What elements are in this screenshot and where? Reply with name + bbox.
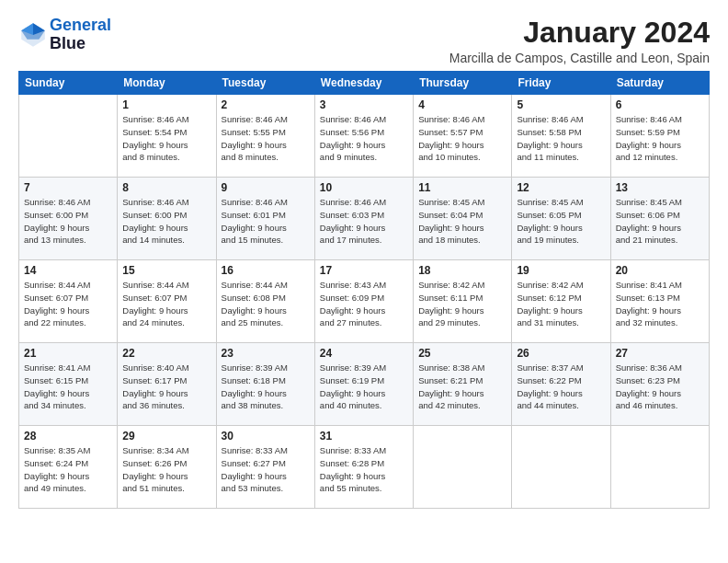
table-row — [512, 426, 610, 509]
day-number: 3 — [320, 98, 408, 111]
table-row: 27Sunrise: 8:36 AM Sunset: 6:23 PM Dayli… — [610, 343, 709, 426]
col-friday: Friday — [512, 72, 610, 95]
day-number: 7 — [24, 181, 112, 194]
table-row: 15Sunrise: 8:44 AM Sunset: 6:07 PM Dayli… — [118, 260, 216, 343]
table-row: 3Sunrise: 8:46 AM Sunset: 5:56 PM Daylig… — [314, 95, 413, 178]
day-number: 28 — [24, 430, 112, 442]
day-info: Sunrise: 8:41 AM Sunset: 6:15 PM Dayligh… — [24, 362, 112, 412]
day-number: 9 — [222, 181, 310, 194]
table-row: 24Sunrise: 8:39 AM Sunset: 6:19 PM Dayli… — [314, 343, 413, 426]
day-number: 21 — [24, 347, 112, 360]
day-number: 14 — [24, 264, 112, 277]
day-number: 25 — [418, 347, 506, 360]
day-info: Sunrise: 8:46 AM Sunset: 5:56 PM Dayligh… — [320, 113, 408, 164]
day-number: 10 — [320, 181, 408, 194]
day-number: 15 — [122, 264, 210, 277]
day-info: Sunrise: 8:40 AM Sunset: 6:17 PM Dayligh… — [122, 362, 210, 412]
day-number: 4 — [418, 98, 506, 111]
col-thursday: Thursday — [414, 72, 512, 95]
table-row: 23Sunrise: 8:39 AM Sunset: 6:18 PM Dayli… — [216, 343, 314, 426]
calendar-table: Sunday Monday Tuesday Wednesday Thursday… — [18, 71, 710, 509]
day-info: Sunrise: 8:46 AM Sunset: 5:59 PM Dayligh… — [616, 113, 704, 164]
table-row: 14Sunrise: 8:44 AM Sunset: 6:07 PM Dayli… — [19, 260, 118, 343]
table-row — [19, 95, 118, 178]
day-info: Sunrise: 8:33 AM Sunset: 6:28 PM Dayligh… — [320, 444, 408, 495]
table-row: 21Sunrise: 8:41 AM Sunset: 6:15 PM Dayli… — [19, 343, 118, 426]
day-info: Sunrise: 8:46 AM Sunset: 6:03 PM Dayligh… — [320, 196, 408, 247]
day-number: 31 — [320, 430, 408, 442]
day-info: Sunrise: 8:41 AM Sunset: 6:13 PM Dayligh… — [616, 279, 704, 329]
table-row: 20Sunrise: 8:41 AM Sunset: 6:13 PM Dayli… — [610, 260, 709, 343]
table-row: 17Sunrise: 8:43 AM Sunset: 6:09 PM Dayli… — [314, 260, 413, 343]
table-row: 25Sunrise: 8:38 AM Sunset: 6:21 PM Dayli… — [414, 343, 512, 426]
day-info: Sunrise: 8:44 AM Sunset: 6:07 PM Dayligh… — [122, 279, 210, 329]
col-sunday: Sunday — [19, 72, 118, 95]
day-info: Sunrise: 8:36 AM Sunset: 6:23 PM Dayligh… — [616, 362, 704, 412]
table-row: 9Sunrise: 8:46 AM Sunset: 6:01 PM Daylig… — [216, 178, 314, 260]
day-info: Sunrise: 8:46 AM Sunset: 5:57 PM Dayligh… — [418, 113, 506, 164]
logo-icon — [18, 20, 48, 50]
col-saturday: Saturday — [610, 72, 709, 95]
table-row — [610, 426, 709, 509]
table-row: 31Sunrise: 8:33 AM Sunset: 6:28 PM Dayli… — [314, 426, 413, 509]
calendar-header-row: Sunday Monday Tuesday Wednesday Thursday… — [19, 72, 710, 95]
day-number: 20 — [616, 264, 704, 277]
col-wednesday: Wednesday — [314, 72, 413, 95]
day-info: Sunrise: 8:44 AM Sunset: 6:08 PM Dayligh… — [222, 279, 310, 329]
day-info: Sunrise: 8:37 AM Sunset: 6:22 PM Dayligh… — [517, 362, 605, 412]
day-number: 17 — [320, 264, 408, 277]
day-info: Sunrise: 8:35 AM Sunset: 6:24 PM Dayligh… — [24, 444, 112, 495]
table-row: 10Sunrise: 8:46 AM Sunset: 6:03 PM Dayli… — [314, 178, 413, 260]
table-row: 13Sunrise: 8:45 AM Sunset: 6:06 PM Dayli… — [610, 178, 709, 260]
page: General Blue January 2024 Marcilla de Ca… — [0, 0, 728, 563]
day-number: 16 — [222, 264, 310, 277]
day-info: Sunrise: 8:33 AM Sunset: 6:27 PM Dayligh… — [222, 444, 310, 495]
day-number: 12 — [517, 181, 605, 194]
day-number: 27 — [616, 347, 704, 360]
table-row: 5Sunrise: 8:46 AM Sunset: 5:58 PM Daylig… — [512, 95, 610, 178]
day-info: Sunrise: 8:46 AM Sunset: 6:01 PM Dayligh… — [222, 196, 310, 247]
day-info: Sunrise: 8:46 AM Sunset: 6:00 PM Dayligh… — [24, 196, 112, 247]
day-info: Sunrise: 8:43 AM Sunset: 6:09 PM Dayligh… — [320, 279, 408, 329]
logo: General Blue — [18, 17, 111, 53]
header: General Blue January 2024 Marcilla de Ca… — [18, 17, 710, 65]
day-number: 1 — [122, 98, 210, 111]
calendar-week-row: 1Sunrise: 8:46 AM Sunset: 5:54 PM Daylig… — [19, 95, 710, 178]
calendar-week-row: 14Sunrise: 8:44 AM Sunset: 6:07 PM Dayli… — [19, 260, 710, 343]
day-number: 2 — [222, 98, 310, 111]
day-info: Sunrise: 8:46 AM Sunset: 6:00 PM Dayligh… — [122, 196, 210, 247]
day-info: Sunrise: 8:44 AM Sunset: 6:07 PM Dayligh… — [24, 279, 112, 329]
day-info: Sunrise: 8:46 AM Sunset: 5:58 PM Dayligh… — [517, 113, 605, 164]
day-info: Sunrise: 8:39 AM Sunset: 6:19 PM Dayligh… — [320, 362, 408, 412]
day-number: 30 — [222, 430, 310, 442]
col-monday: Monday — [118, 72, 216, 95]
day-number: 19 — [517, 264, 605, 277]
day-number: 24 — [320, 347, 408, 360]
table-row: 29Sunrise: 8:34 AM Sunset: 6:26 PM Dayli… — [118, 426, 216, 509]
table-row: 1Sunrise: 8:46 AM Sunset: 5:54 PM Daylig… — [118, 95, 216, 178]
logo-text: General Blue — [50, 17, 111, 53]
table-row: 16Sunrise: 8:44 AM Sunset: 6:08 PM Dayli… — [216, 260, 314, 343]
day-info: Sunrise: 8:34 AM Sunset: 6:26 PM Dayligh… — [122, 444, 210, 495]
table-row: 12Sunrise: 8:45 AM Sunset: 6:05 PM Dayli… — [512, 178, 610, 260]
table-row: 30Sunrise: 8:33 AM Sunset: 6:27 PM Dayli… — [216, 426, 314, 509]
day-number: 18 — [418, 264, 506, 277]
table-row: 19Sunrise: 8:42 AM Sunset: 6:12 PM Dayli… — [512, 260, 610, 343]
table-row: 7Sunrise: 8:46 AM Sunset: 6:00 PM Daylig… — [19, 178, 118, 260]
table-row: 2Sunrise: 8:46 AM Sunset: 5:55 PM Daylig… — [216, 95, 314, 178]
table-row: 26Sunrise: 8:37 AM Sunset: 6:22 PM Dayli… — [512, 343, 610, 426]
day-info: Sunrise: 8:38 AM Sunset: 6:21 PM Dayligh… — [418, 362, 506, 412]
table-row: 28Sunrise: 8:35 AM Sunset: 6:24 PM Dayli… — [19, 426, 118, 509]
table-row — [414, 426, 512, 509]
day-info: Sunrise: 8:39 AM Sunset: 6:18 PM Dayligh… — [222, 362, 310, 412]
title-block: January 2024 Marcilla de Campos, Castill… — [449, 17, 710, 65]
table-row: 4Sunrise: 8:46 AM Sunset: 5:57 PM Daylig… — [414, 95, 512, 178]
table-row: 22Sunrise: 8:40 AM Sunset: 6:17 PM Dayli… — [118, 343, 216, 426]
day-number: 13 — [616, 181, 704, 194]
day-number: 23 — [222, 347, 310, 360]
day-info: Sunrise: 8:45 AM Sunset: 6:05 PM Dayligh… — [517, 196, 605, 247]
table-row: 18Sunrise: 8:42 AM Sunset: 6:11 PM Dayli… — [414, 260, 512, 343]
day-number: 6 — [616, 98, 704, 111]
day-info: Sunrise: 8:45 AM Sunset: 6:06 PM Dayligh… — [616, 196, 704, 247]
table-row: 6Sunrise: 8:46 AM Sunset: 5:59 PM Daylig… — [610, 95, 709, 178]
